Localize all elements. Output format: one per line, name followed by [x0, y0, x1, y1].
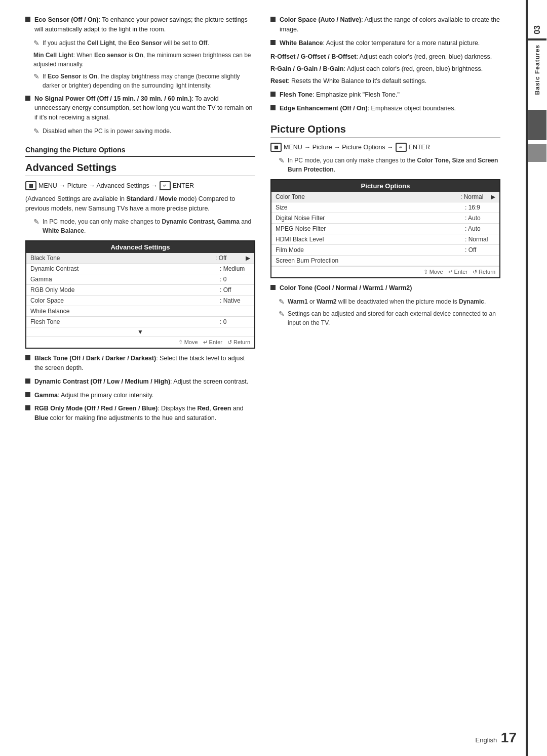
- table-row-film-mode: Film Mode : Off: [271, 245, 499, 256]
- advanced-desc: (Advanced Settings are available in Stan…: [25, 194, 255, 214]
- footer-move: ⇧ Move: [178, 339, 198, 346]
- po-menu-arrow: → Picture → Picture Options →: [304, 144, 394, 151]
- rgb-mode-bullet: RGB Only Mode (Off / Red / Green / Blue)…: [25, 404, 255, 423]
- table-row-dnf: Digital Noise Filter : Auto: [271, 213, 499, 224]
- cell-light-text: If you adjust the Cell Light, the Eco Se…: [43, 38, 209, 48]
- po-footer-enter: ↵ Enter: [448, 269, 467, 275]
- note-icon-r1: ✎: [279, 156, 285, 164]
- no-signal-bullet: No Signal Power Off (Off / 15 min. / 30 …: [25, 94, 255, 122]
- bullet-icon6: [25, 405, 30, 410]
- table-row-hdmi: HDMI Black Level : Normal: [271, 234, 499, 245]
- advanced-pc-note: ✎ In PC mode, you can only make changes …: [25, 217, 255, 235]
- row-name-size: Size: [276, 204, 465, 211]
- color-space-text: Color Space (Auto / Native): Adjust the …: [280, 15, 500, 34]
- picture-options-menu-path: ▦ MENU → Picture → Picture Options → ↵ E…: [270, 143, 500, 152]
- table-row-dynamic-contrast: Dynamic Contrast : Medium: [26, 264, 254, 274]
- advanced-table-footer: ⇧ Move ↵ Enter ↺ Return: [26, 337, 254, 348]
- bullet-icon-r3: [270, 92, 276, 97]
- bullet-icon-r1: [270, 17, 276, 22]
- row-name-rgb-mode: RGB Only Mode: [30, 286, 220, 293]
- chapter-number: 03: [533, 25, 542, 34]
- row-value-hdmi: : Normal: [465, 236, 495, 243]
- advanced-pc-note-text: In PC mode, you can only make changes to…: [43, 217, 255, 235]
- row-name-white-balance: White Balance: [30, 308, 220, 315]
- bullet-icon-r2: [270, 40, 276, 45]
- picture-options-title: Picture Options: [270, 123, 500, 138]
- white-balance-bullet: White Balance: Adjust the color temperat…: [270, 38, 500, 48]
- advanced-menu-path: ▦ MENU → Picture → Advanced Settings → ↵…: [25, 181, 255, 190]
- note-icon-r2: ✎: [279, 298, 285, 306]
- table-row-size: Size : 16:9: [271, 202, 499, 213]
- bullet-icon-r4: [270, 105, 276, 110]
- table-row-screen-burn: Screen Burn Protection: [271, 256, 499, 266]
- settings-note-text: Settings can be adjusted and stored for …: [288, 309, 500, 327]
- row-value-mpeg: : Auto: [465, 225, 495, 232]
- po-footer-move: ⇧ Move: [423, 269, 443, 275]
- advanced-table-header: Advanced Settings: [26, 241, 254, 253]
- row-value-rgb-mode: : Off: [220, 286, 250, 293]
- row-name-dnf: Digital Noise Filter: [276, 215, 465, 222]
- cell-light-note: ✎ If you adjust the Cell Light, the Eco …: [25, 38, 255, 48]
- row-value-dynamic-contrast: : Medium: [220, 265, 250, 272]
- row-name-mpeg: MPEG Noise Filter: [276, 225, 465, 232]
- footer-return: ↺ Return: [227, 339, 250, 346]
- row-name-screen-burn: Screen Burn Protection: [276, 257, 465, 264]
- picture-options-table-header: Picture Options: [271, 180, 499, 192]
- row-value-gamma: : 0: [220, 276, 250, 283]
- row-value-color-tone: : Normal: [460, 193, 491, 200]
- note-icon3: ✎: [33, 127, 40, 135]
- row-name-film-mode: Film Mode: [276, 246, 465, 254]
- bullet-icon4: [25, 379, 30, 384]
- black-tone-bullet: Black Tone (Off / Dark / Darker / Darkes…: [25, 354, 255, 373]
- table-row-white-balance: White Balance: [26, 306, 254, 317]
- eco-sensor-on-text: If Eco Sensor is On, the display brightn…: [43, 72, 255, 90]
- po-pc-note: ✎ In PC mode, you can only make changes …: [270, 156, 500, 174]
- color-tone-text: Color Tone (Cool / Normal / Warm1 / Warm…: [280, 283, 412, 293]
- gamma-text: Gamma: Adjust the primary color intensit…: [34, 391, 153, 400]
- page-language: English: [476, 736, 497, 744]
- po-table-footer: ⇧ Move ↵ Enter ↺ Return: [271, 266, 499, 277]
- page-footer: English 17: [476, 730, 517, 746]
- row-name-black-tone: Black Tone: [30, 255, 215, 262]
- row-name-color-space: Color Space: [30, 297, 220, 304]
- enter-label: ENTER: [173, 182, 194, 189]
- sidebar-block2: [528, 144, 546, 162]
- picture-options-table: Picture Options Color Tone : Normal ▶ Si…: [270, 179, 500, 278]
- table-more-indicator: ▼: [26, 327, 254, 337]
- flesh-tone-bullet: Flesh Tone: Emphasize pink "Flesh Tone.": [270, 90, 500, 100]
- row-name-hdmi: HDMI Black Level: [276, 236, 465, 243]
- row-name-dynamic-contrast: Dynamic Contrast: [30, 265, 220, 272]
- note-icon4: ✎: [33, 218, 40, 226]
- table-row-black-tone: Black Tone : Off ▶: [26, 253, 254, 264]
- color-tone-bullet: Color Tone (Cool / Normal / Warm1 / Warm…: [270, 283, 500, 293]
- white-balance-text: White Balance: Adjust the color temperat…: [280, 38, 480, 48]
- flesh-tone-text: Flesh Tone: Emphasize pink "Flesh Tone.": [280, 90, 400, 100]
- wb-reset: Reset: Resets the White Balance to it's …: [270, 76, 500, 86]
- row-name-gamma: Gamma: [30, 276, 220, 283]
- po-menu-path-text: MENU: [284, 144, 302, 151]
- edge-enhancement-bullet: Edge Enhancement (Off / On): Emphasize o…: [270, 104, 500, 113]
- row-name-flesh-tone: Flesh Tone: [30, 318, 220, 325]
- chapter-sidebar: 03 Basic Features: [526, 0, 547, 756]
- bullet-icon-r5: [270, 285, 276, 290]
- footer-enter: ↵ Enter: [203, 339, 222, 346]
- advanced-settings-title: Advanced Settings: [25, 162, 255, 176]
- no-signal-text: No Signal Power Off (Off / 15 min. / 30 …: [34, 94, 255, 122]
- bullet-icon: [25, 17, 30, 22]
- wb-roffset: R-Offset / G-Offset / B-Offset: Adjust e…: [270, 52, 500, 62]
- bullet-icon2: [25, 96, 30, 101]
- enter-icon: ↵: [160, 181, 171, 190]
- sidebar-block1: [528, 110, 546, 140]
- enter-icon-r: ↵: [396, 143, 407, 152]
- table-row-mpeg: MPEG Noise Filter : Auto: [271, 224, 499, 234]
- pc-power-save-note: ✎ Disabled when the PC is in power savin…: [25, 127, 255, 136]
- dynamic-contrast-bullet: Dynamic Contrast (Off / Low / Medium / H…: [25, 377, 255, 387]
- row-value-film-mode: : Off: [465, 246, 495, 254]
- menu-path-text: MENU: [38, 182, 57, 189]
- pc-power-save-text: Disabled when the PC is in power saving …: [43, 127, 171, 136]
- row-value-black-tone: : Off: [215, 255, 246, 262]
- right-column: Color Space (Auto / Native): Adjust the …: [270, 15, 500, 736]
- bullet-icon5: [25, 392, 30, 397]
- warm-note: ✎ Warm1 or Warm2 will be deactivated whe…: [270, 297, 500, 306]
- table-row-flesh-tone: Flesh Tone : 0: [26, 317, 254, 327]
